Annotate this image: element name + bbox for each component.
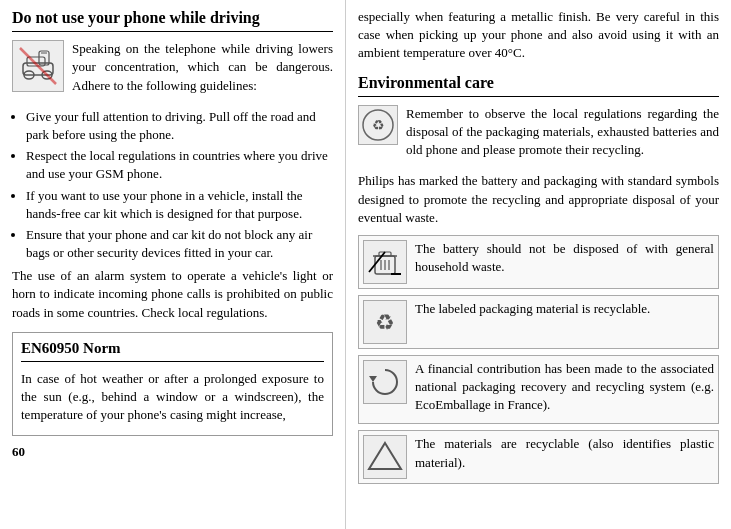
env-row-financial: A financial contribution has been made t… bbox=[358, 355, 719, 425]
env-para: Philips has marked the battery and packa… bbox=[358, 172, 719, 227]
env-row-financial-text: A financial contribution has been made t… bbox=[415, 360, 714, 415]
env-intro-icon: ♻ bbox=[358, 105, 398, 145]
divider-env bbox=[358, 96, 719, 97]
bullet-1: Give your full attention to driving. Pul… bbox=[26, 108, 333, 144]
bullet-3: If you want to use your phone in a vehic… bbox=[26, 187, 333, 223]
para1: The use of an alarm system to operate a … bbox=[12, 267, 333, 322]
env-row-packaging-text: The labeled packaging material is recycl… bbox=[415, 300, 650, 318]
divider-top-left bbox=[12, 31, 333, 32]
recyclable-materials-icon bbox=[363, 435, 407, 479]
bullet-4: Ensure that your phone and car kit do no… bbox=[26, 226, 333, 262]
phone-driving-icon bbox=[12, 40, 64, 92]
env-row-battery-text: The battery should not be disposed of wi… bbox=[415, 240, 714, 276]
env-row-materials-text: The materials are recyclable (also ident… bbox=[415, 435, 714, 471]
divider-norm bbox=[21, 361, 324, 362]
svg-text:♻: ♻ bbox=[372, 118, 385, 133]
svg-marker-20 bbox=[369, 443, 401, 469]
page-number: 60 bbox=[12, 444, 333, 460]
env-title: Environmental care bbox=[358, 73, 719, 92]
page: Do not use your phone while driving S bbox=[0, 0, 731, 529]
right-intro: especially when featuring a metallic fin… bbox=[358, 8, 719, 63]
right-column: especially when featuring a metallic fin… bbox=[346, 0, 731, 529]
svg-line-15 bbox=[369, 252, 385, 272]
battery-disposal-icon bbox=[363, 240, 407, 284]
env-row-materials: The materials are recyclable (also ident… bbox=[358, 430, 719, 484]
norm-text: In case of hot weather or after a prolon… bbox=[21, 370, 324, 425]
norm-title: EN60950 Norm bbox=[21, 339, 324, 357]
env-row-packaging: ♻ The labeled packaging material is recy… bbox=[358, 295, 719, 349]
svg-marker-19 bbox=[369, 376, 377, 382]
left-column: Do not use your phone while driving S bbox=[0, 0, 346, 529]
bullet-2: Respect the local regulations in countri… bbox=[26, 147, 333, 183]
financial-contribution-icon bbox=[363, 360, 407, 404]
left-title: Do not use your phone while driving bbox=[12, 8, 333, 27]
norm-box: EN60950 Norm In case of hot weather or a… bbox=[12, 332, 333, 437]
svg-text:♻: ♻ bbox=[375, 310, 395, 335]
bullet-list: Give your full attention to driving. Pul… bbox=[26, 108, 333, 263]
env-row-battery: The battery should not be disposed of wi… bbox=[358, 235, 719, 289]
recyclable-packaging-icon: ♻ bbox=[363, 300, 407, 344]
env-intro-text: Remember to observe the local regulation… bbox=[406, 105, 719, 160]
intro-text: Speaking on the telephone while driving … bbox=[72, 40, 333, 95]
env-intro-row: ♻ Remember to observe the local regulati… bbox=[358, 105, 719, 165]
intro-row: Speaking on the telephone while driving … bbox=[12, 40, 333, 100]
